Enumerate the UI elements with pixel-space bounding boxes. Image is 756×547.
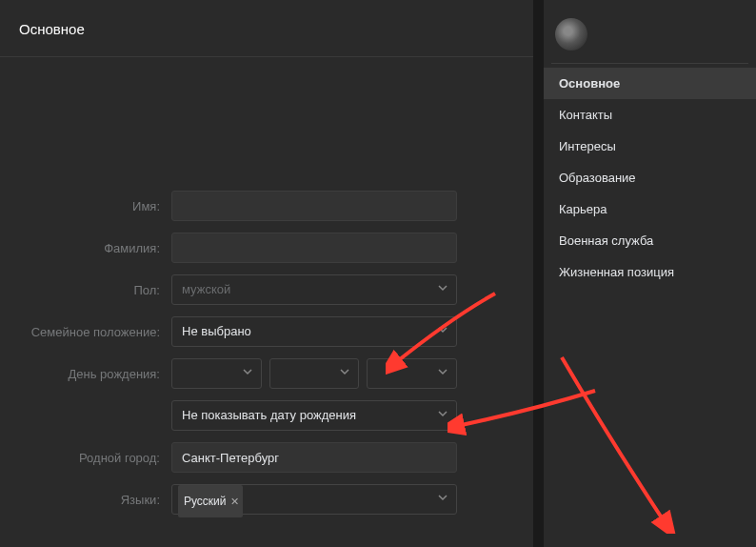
sidebar-item[interactable]: Образование <box>544 162 756 193</box>
name-label: Имя: <box>0 199 171 213</box>
birthday-year-select[interactable] <box>367 358 457 389</box>
surname-input[interactable] <box>171 233 457 263</box>
chevron-down-icon <box>437 401 448 430</box>
panel-gap <box>533 0 544 547</box>
chevron-down-icon <box>437 275 448 304</box>
chevron-down-icon <box>437 317 448 346</box>
sidebar-item-label: Жизненная позиция <box>559 265 674 279</box>
chevron-down-icon <box>437 359 448 388</box>
birthday-month-select[interactable] <box>269 358 360 389</box>
sidebar-item[interactable]: Основное <box>544 68 756 99</box>
marital-select[interactable]: Не выбрано <box>171 316 457 347</box>
sidebar-item-label: Интересы <box>559 139 616 153</box>
gender-label: Пол: <box>0 283 171 297</box>
sidebar-item-label: Образование <box>559 171 636 185</box>
sidebar-item[interactable]: Жизненная позиция <box>544 256 756 288</box>
hometown-label: Родной город: <box>0 451 171 465</box>
sidebar: ОсновноеКонтактыИнтересыОбразованиеКарье… <box>544 0 756 547</box>
page-title: Основное <box>0 0 533 57</box>
birthday-label: День рождения: <box>0 367 171 381</box>
chevron-down-icon <box>437 485 448 514</box>
marital-label: Семейное положение: <box>0 325 171 339</box>
surname-label: Фамилия: <box>0 241 171 255</box>
profile-form: Имя: Фамилия: Пол: мужской <box>0 57 533 515</box>
language-tag-label: Русский <box>184 487 227 516</box>
close-icon[interactable]: ✕ <box>230 487 239 516</box>
sidebar-separator <box>551 63 748 64</box>
languages-label: Языки: <box>0 493 171 507</box>
languages-select[interactable]: Русский ✕ <box>171 484 457 515</box>
sidebar-item[interactable]: Военная служба <box>544 225 756 256</box>
sidebar-item-label: Военная служба <box>559 233 653 248</box>
gender-value: мужской <box>182 282 230 296</box>
marital-value: Не выбрано <box>182 324 251 338</box>
chevron-down-icon <box>242 359 253 388</box>
birthday-day-select[interactable] <box>171 358 262 389</box>
sidebar-item[interactable]: Карьера <box>544 193 756 225</box>
language-tag: Русский ✕ <box>178 485 243 517</box>
chevron-down-icon <box>339 359 350 388</box>
name-input[interactable] <box>171 191 457 221</box>
birthday-visibility-select[interactable]: Не показывать дату рождения <box>171 400 457 431</box>
sidebar-item-label: Основное <box>559 76 620 91</box>
sidebar-item-label: Контакты <box>559 108 612 122</box>
main-panel: Основное Имя: Фамилия: Пол: мужской <box>0 0 533 547</box>
avatar[interactable] <box>555 18 587 51</box>
birthday-visibility-value: Не показывать дату рождения <box>182 408 356 422</box>
sidebar-item[interactable]: Контакты <box>544 99 756 131</box>
hometown-input[interactable]: Санкт-Петербург <box>171 442 457 473</box>
sidebar-item-label: Карьера <box>559 202 607 216</box>
gender-select[interactable]: мужской <box>171 274 457 305</box>
sidebar-item[interactable]: Интересы <box>544 131 756 162</box>
